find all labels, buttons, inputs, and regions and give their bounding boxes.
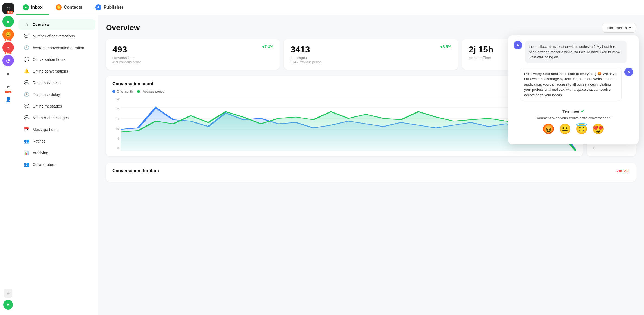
conv-hours-icon: 💬 [24, 57, 29, 62]
sidebar-offline-conv-label: Offline conversations [33, 69, 68, 73]
sidebar-item-collaborators[interactable]: 👥 Collaborators [18, 159, 95, 170]
contacts-nav-icon: 😊 [56, 4, 62, 10]
page-title: Overview [106, 23, 140, 32]
sidebar: ⌂ Overview 💬 Number of conversations 🕐 A… [16, 15, 98, 315]
sidebar-ratings-label: Ratings [33, 139, 45, 143]
sidebar-item-response-delay[interactable]: 🕐 Response delay [18, 89, 95, 100]
sidebar-overview-label: Overview [33, 22, 49, 27]
sidebar-msg-hours-label: Message hours [33, 127, 59, 132]
conv-duration-title: Conversation duration [112, 168, 159, 173]
emoji-angel[interactable]: 😇 [576, 123, 588, 135]
conversations-prev: 459 Previous period [112, 60, 273, 64]
outgoing-avatar: A [624, 68, 633, 76]
beta-badge: Bêta [7, 11, 13, 14]
nav-inbox[interactable]: ● Inbox [16, 0, 49, 15]
sidebar-num-conv-label: Number of conversations [33, 34, 75, 38]
dollar-icon-btn[interactable]: $ Soon [2, 42, 14, 53]
legend-green-dot [137, 90, 140, 93]
sidebar-item-num-conversations[interactable]: 💬 Number of conversations [18, 30, 95, 42]
sidebar-item-offline-msg[interactable]: 💬 Offline messages [18, 100, 95, 112]
conv-duration-change: -30.2% [616, 169, 629, 173]
emoji-angry[interactable]: 😡 [542, 123, 555, 135]
avg-dur-icon: 🕐 [24, 45, 29, 50]
chat-body: A the mailbox at my host or within sedes… [508, 35, 639, 144]
y-label-40: 40 [112, 98, 119, 101]
sidebar-responsive-label: Responsiveness [33, 81, 61, 85]
y2-0: 0 [593, 147, 629, 150]
contacts-icon-btn[interactable]: 😊 Soon [2, 29, 14, 40]
add-button[interactable]: + [4, 289, 12, 298]
inbox-icon-btn[interactable]: ● [2, 16, 14, 27]
emoji-neutral[interactable]: 😐 [559, 123, 571, 135]
chat-message-incoming: A the mailbox at my host or within sedes… [514, 41, 633, 63]
chat-icon-btn[interactable]: ● [2, 68, 14, 79]
sidebar-item-num-messages[interactable]: 💬 Number of messages [18, 112, 95, 123]
top-nav: ● Inbox 😊 Contacts ✈ Publisher [16, 0, 644, 15]
incoming-avatar: A [514, 41, 522, 49]
chat-overlay: A the mailbox at my host or within sedes… [508, 35, 639, 144]
send-icon-btn[interactable]: ➤ Soon [2, 81, 14, 92]
period-label: One month [607, 26, 627, 30]
incoming-bubble: the mailbox at my host or within sedestr… [525, 41, 627, 63]
sidebar-response-delay-label: Response delay [33, 92, 60, 97]
sidebar-num-msg-label: Number of messages [33, 116, 69, 120]
conversations-value: 493 [112, 45, 127, 55]
icon-bar: ⬡ Bêta ● 😊 Soon $ Soon ◔ ● ➤ Soon 👤 + A [0, 0, 16, 315]
sidebar-offline-msg-label: Offline messages [33, 104, 62, 108]
stat-card-messages: 3413 +8.5% messages 3145 Previous period [284, 39, 458, 70]
sidebar-item-offline-conv[interactable]: 🔔 Offline conversations [18, 65, 95, 77]
legend-prev-period: Previous period [137, 90, 164, 93]
num-conv-icon: 💬 [24, 33, 29, 39]
period-selector[interactable]: One month ▾ [602, 23, 636, 33]
collaborators-icon: 👥 [24, 162, 29, 167]
offline-conv-icon: 🔔 [24, 68, 29, 74]
people-icon-btn[interactable]: 👤 [2, 94, 14, 105]
messages-change: +8.5% [440, 45, 451, 49]
legend-one-month: One month [112, 90, 133, 93]
ratings-icon: 👥 [24, 138, 29, 144]
legend-prev-label: Previous period [142, 90, 164, 93]
y-label-24: 24 [112, 117, 119, 121]
chevron-down-icon: ▾ [629, 25, 631, 30]
sidebar-conv-hours-label: Conversation hours [33, 57, 65, 62]
offline-msg-icon: 💬 [24, 103, 29, 109]
messages-prev: 3145 Previous period [290, 60, 451, 64]
conversations-label: conversations [112, 56, 273, 60]
sidebar-item-conv-hours[interactable]: 💬 Conversation hours [18, 54, 95, 65]
response-delay-icon: 🕐 [24, 92, 29, 97]
conv-count-title: Conversation count [112, 81, 153, 86]
sidebar-item-archiving[interactable]: 📊 Archiving [18, 147, 95, 158]
emoji-row: 😡 😐 😇 😍 [514, 123, 633, 139]
contacts-nav-label: Contacts [64, 5, 82, 10]
stat-card-conversations: 493 +7.4% conversations 459 Previous per… [106, 39, 280, 70]
logo-btn[interactable]: ⬡ Bêta [2, 3, 14, 14]
sidebar-item-msg-hours[interactable]: 📅 Message hours [18, 124, 95, 135]
responsive-icon: 💬 [24, 80, 29, 85]
sidebar-item-avg-duration[interactable]: 🕐 Average conversation duration [18, 42, 95, 53]
nav-contacts[interactable]: 😊 Contacts [49, 0, 89, 15]
chat-message-outgoing: Don't worry Sedestral takes care of ever… [514, 68, 633, 101]
check-icon: ✔ [581, 109, 584, 114]
sidebar-item-ratings[interactable]: 👥 Ratings [18, 136, 95, 147]
conv-duration-card: Conversation duration -30.2% [106, 163, 636, 182]
legend-one-month-label: One month [117, 90, 133, 93]
y-label-0: 0 [112, 147, 119, 150]
emoji-love[interactable]: 😍 [592, 123, 604, 135]
msg-hours-icon: 📅 [24, 127, 29, 132]
y-label-16: 16 [112, 127, 119, 130]
archiving-icon: 📊 [24, 150, 29, 155]
analytics-icon-btn[interactable]: ◔ [2, 55, 14, 66]
main-header: Overview One month ▾ [106, 23, 636, 33]
sidebar-item-overview[interactable]: ⌂ Overview [18, 19, 95, 30]
outgoing-bubble: Don't worry Sedestral takes care of ever… [520, 68, 622, 101]
chat-status: Terminée ✔ [514, 105, 633, 116]
sidebar-item-responsiveness[interactable]: 💬 Responsiveness [18, 77, 95, 88]
user-avatar[interactable]: A [3, 300, 13, 310]
status-label: Terminée [562, 109, 579, 114]
messages-label: messages [290, 56, 451, 60]
send-soon-badge: Soon [5, 91, 12, 93]
sidebar-archiving-label: Archiving [33, 151, 48, 155]
nav-publisher[interactable]: ✈ Publisher [89, 0, 130, 15]
conv-count-svg [121, 97, 576, 151]
dollar-soon-badge: Soon [5, 52, 12, 54]
